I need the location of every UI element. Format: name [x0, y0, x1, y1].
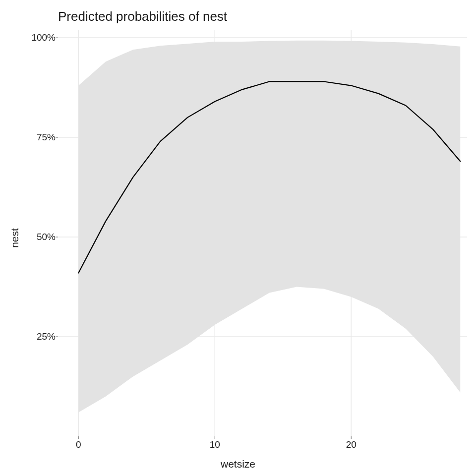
y-axis-label: nest — [9, 228, 21, 248]
x-tick-label: 20 — [346, 439, 357, 450]
y-tick-label: 100% — [26, 32, 56, 43]
x-tick-label: 10 — [210, 439, 220, 450]
x-axis-label: wetsize — [221, 458, 255, 470]
confidence-ribbon — [78, 41, 460, 413]
plot-panel — [58, 30, 467, 436]
y-tick-label: 75% — [26, 132, 56, 143]
chart-container: Predicted probabilities of nest nest wet… — [0, 0, 476, 476]
chart-title: Predicted probabilities of nest — [58, 9, 227, 24]
x-tick-label: 0 — [76, 439, 81, 450]
plot-svg — [58, 30, 467, 436]
y-tick-label: 25% — [26, 331, 56, 342]
y-tick-label: 50% — [26, 232, 56, 242]
